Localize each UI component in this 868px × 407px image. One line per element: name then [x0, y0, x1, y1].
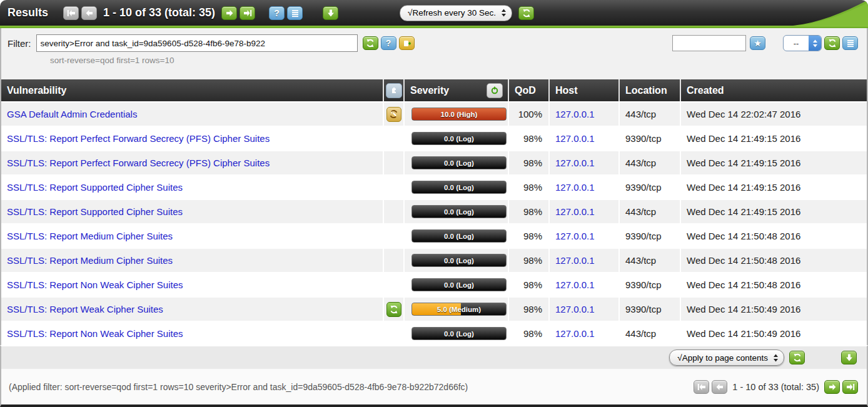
table-row: SSL/TLS: Report Non Weak Cipher Suites 0…: [1, 321, 867, 345]
filter-help-button[interactable]: ?: [381, 36, 396, 50]
new-filter-button[interactable]: [399, 36, 415, 50]
host-link[interactable]: 127.0.0.1: [555, 255, 595, 266]
severity-label: 0.0 (Log): [444, 281, 474, 289]
next-page-button[interactable]: [221, 6, 237, 20]
vulnerability-link[interactable]: SSL/TLS: Report Perfect Forward Secrecy …: [7, 158, 270, 168]
solution-type-workaround-icon: [386, 107, 401, 122]
severity-bar: 0.0 (Log): [411, 278, 507, 291]
qod-value: 98%: [523, 182, 542, 193]
bulk-action-bar: √Apply to page contents: [0, 345, 868, 369]
bottom-status-bar: (Applied filter: sort-reverse=qod first=…: [0, 369, 868, 407]
list-view-button[interactable]: [287, 6, 303, 20]
severity-bar: 0.0 (Log): [411, 156, 507, 169]
next-page-button[interactable]: [824, 380, 840, 394]
vulnerability-link[interactable]: SSL/TLS: Report Supported Cipher Suites: [7, 206, 183, 217]
location-value: 9390/tcp: [625, 304, 662, 314]
page-title: Results: [8, 6, 48, 19]
host-link[interactable]: 127.0.0.1: [555, 231, 595, 241]
filter-name-input[interactable]: [672, 35, 746, 51]
severity-bar: 0.0 (Log): [411, 205, 507, 218]
qod-value: 98%: [523, 255, 542, 266]
location-value: 443/tcp: [625, 158, 656, 168]
table-header-row: Vulnerability Severity QoD Host Location…: [1, 79, 867, 101]
refresh-interval-select[interactable]: √Refresh every 30 Sec.: [400, 5, 512, 21]
bottom-pagination: 1 - 10 of 33 (total: 35): [692, 380, 859, 394]
column-header-created[interactable]: Created: [681, 79, 867, 101]
qod-value: 98%: [523, 279, 542, 290]
severity-bar: 0.0 (Log): [411, 229, 507, 243]
created-value: Wed Dec 14 21:49:15 2016: [687, 133, 800, 144]
table-row: SSL/TLS: Report Weak Cipher Suites 5.0 (…: [1, 296, 867, 321]
host-link[interactable]: 127.0.0.1: [555, 158, 595, 168]
created-value: Wed Dec 14 21:50:49 2016: [687, 328, 800, 339]
host-link[interactable]: 127.0.0.1: [555, 133, 595, 144]
filter-input[interactable]: [36, 34, 358, 52]
column-header-severity[interactable]: Severity: [405, 79, 509, 101]
last-page-button[interactable]: [240, 6, 255, 20]
column-header-vulnerability[interactable]: Vulnerability: [1, 79, 384, 101]
created-value: Wed Dec 14 21:49:15 2016: [687, 182, 800, 193]
vulnerability-link[interactable]: SSL/TLS: Report Supported Cipher Suites: [7, 182, 183, 193]
apply-saved-filter-button[interactable]: [824, 36, 840, 50]
qod-value: 98%: [523, 328, 542, 339]
column-header-host[interactable]: Host: [550, 79, 620, 101]
bulk-action-select[interactable]: √Apply to page contents: [669, 349, 784, 366]
column-header-qod[interactable]: QoD: [509, 79, 550, 101]
table-row: SSL/TLS: Report Non Weak Cipher Suites 0…: [1, 272, 867, 296]
vulnerability-link[interactable]: SSL/TLS: Report Perfect Forward Secrecy …: [7, 133, 270, 144]
bulk-action-apply-button[interactable]: [789, 351, 805, 364]
severity-bar: 0.0 (Log): [411, 327, 507, 340]
solution-type-mitigate-icon: [386, 302, 401, 317]
filter-label: Filter:: [8, 38, 31, 49]
severity-label: 0.0 (Log): [444, 208, 474, 216]
save-filter-star-button[interactable]: ★: [750, 36, 765, 50]
created-value: Wed Dec 14 21:50:48 2016: [687, 279, 800, 290]
qod-value: 98%: [523, 304, 542, 314]
applied-filter-text: (Applied filter: sort-reverse=qod first=…: [9, 382, 468, 392]
severity-label: 0.0 (Log): [444, 184, 474, 191]
severity-label: 0.0 (Log): [444, 135, 474, 143]
vulnerability-link[interactable]: SSL/TLS: Report Weak Cipher Suites: [7, 304, 163, 314]
table-row: SSL/TLS: Report Perfect Forward Secrecy …: [1, 126, 867, 150]
location-value: 9390/tcp: [625, 279, 662, 290]
severity-bar: 0.0 (Log): [411, 132, 507, 145]
column-header-solution-type[interactable]: [384, 79, 405, 101]
host-link[interactable]: 127.0.0.1: [555, 328, 595, 339]
host-link[interactable]: 127.0.0.1: [555, 304, 595, 314]
table-row: GSA Default Admin Credentials 10.0 (High…: [1, 101, 867, 126]
vulnerability-link[interactable]: SSL/TLS: Report Non Weak Cipher Suites: [7, 328, 183, 339]
severity-label: 10.0 (High): [441, 111, 478, 118]
location-value: 443/tcp: [625, 206, 656, 217]
filters-list-button[interactable]: [842, 36, 858, 50]
location-value: 443/tcp: [625, 255, 656, 266]
pagination-range-text: 1 - 10 of 33 (total: 35): [732, 382, 819, 392]
host-link[interactable]: 127.0.0.1: [555, 279, 595, 290]
severity-label: 0.0 (Log): [444, 159, 474, 167]
table-row: SSL/TLS: Report Medium Cipher Suites 0.0…: [1, 223, 867, 248]
qod-value: 98%: [523, 206, 542, 217]
previous-page-button-disabled: [81, 6, 97, 20]
location-value: 443/tcp: [625, 328, 656, 339]
created-value: Wed Dec 14 21:49:15 2016: [687, 158, 800, 168]
host-link[interactable]: 127.0.0.1: [555, 182, 595, 193]
vulnerability-link[interactable]: SSL/TLS: Report Medium Cipher Suites: [7, 255, 173, 266]
filter-section: Filter: ? ★ -- sort-reverse=qod first=1 …: [0, 28, 868, 79]
vulnerability-link[interactable]: SSL/TLS: Report Medium Cipher Suites: [7, 231, 173, 241]
bulk-download-button[interactable]: [841, 351, 857, 364]
vulnerability-link[interactable]: SSL/TLS: Report Non Weak Cipher Suites: [7, 279, 183, 290]
column-header-location[interactable]: Location: [620, 79, 681, 101]
vulnerability-link[interactable]: GSA Default Admin Credentials: [7, 109, 137, 119]
host-link[interactable]: 127.0.0.1: [555, 206, 595, 217]
refresh-now-button[interactable]: [518, 6, 534, 20]
overrides-toggle-icon[interactable]: [487, 83, 503, 98]
host-link[interactable]: 127.0.0.1: [555, 109, 595, 119]
help-button[interactable]: ?: [269, 6, 285, 20]
pagination-range-text: 1 - 10 of 33 (total: 35): [103, 6, 215, 19]
saved-filters-select[interactable]: --: [783, 35, 822, 51]
last-page-button[interactable]: [842, 380, 858, 394]
select-stepper-icon: [773, 354, 779, 362]
severity-label: 0.0 (Log): [444, 330, 474, 338]
filter-update-button[interactable]: [363, 36, 378, 50]
download-button[interactable]: [323, 6, 338, 20]
puzzle-icon: [386, 83, 402, 98]
